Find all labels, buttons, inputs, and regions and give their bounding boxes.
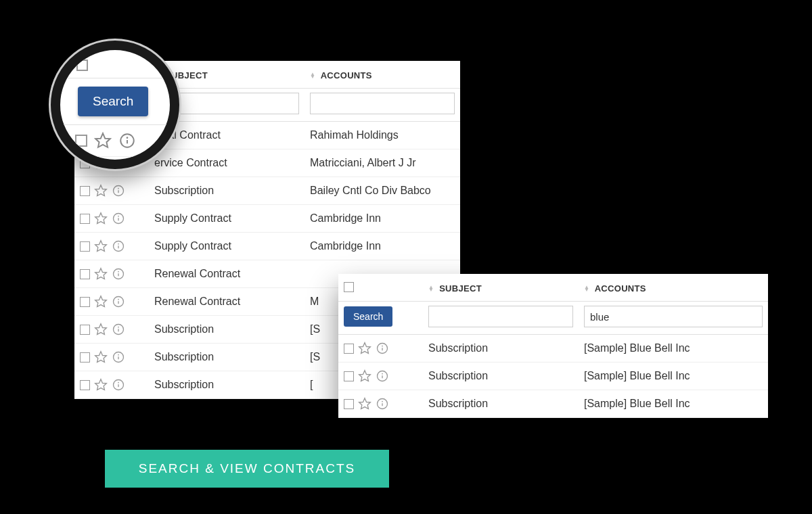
cell-subject: Supply Contract	[149, 205, 304, 233]
info-icon[interactable]	[112, 267, 125, 281]
table-row[interactable]: Subscription Bailey Cntl Co Div Babco	[74, 177, 460, 205]
column-header-select	[338, 274, 423, 302]
row-checkbox[interactable]	[80, 325, 90, 335]
svg-point-23	[118, 271, 119, 273]
svg-marker-20	[95, 268, 107, 279]
svg-point-11	[118, 188, 119, 189]
star-icon[interactable]	[94, 239, 108, 253]
row-checkbox[interactable]	[80, 352, 90, 363]
row-checkbox[interactable]	[80, 214, 90, 224]
svg-marker-40	[359, 343, 371, 354]
cell-subject: Subscription	[149, 371, 304, 399]
info-icon[interactable]	[112, 295, 125, 308]
cell-subject: Renewal Contract	[149, 288, 304, 316]
svg-point-19	[118, 243, 119, 245]
select-all-checkbox[interactable]	[344, 282, 354, 292]
filter-accounts-input[interactable]	[310, 93, 455, 114]
svg-marker-36	[95, 379, 107, 390]
contracts-table-filtered: ▲▼ SUBJECT ▲▼ ACCOUNTS Search	[338, 274, 768, 418]
column-header-accounts[interactable]: ▲▼ ACCOUNTS	[579, 274, 768, 302]
info-icon[interactable]	[376, 369, 389, 383]
row-checkbox[interactable]	[80, 380, 90, 390]
svg-point-35	[118, 354, 119, 356]
svg-point-39	[118, 382, 119, 383]
cell-account: Matricciani, Albert J Jr	[304, 149, 460, 177]
cell-subject: Subscription	[423, 390, 579, 418]
star-icon[interactable]	[94, 132, 112, 149]
info-icon[interactable]	[376, 342, 389, 355]
search-button[interactable]: Search	[344, 306, 392, 327]
column-header-subject-label: SUBJECT	[439, 283, 482, 294]
svg-marker-12	[95, 213, 107, 224]
info-icon[interactable]	[112, 239, 125, 253]
table-row[interactable]: Supply Contract Cambridge Inn	[74, 205, 460, 233]
info-icon[interactable]	[112, 212, 125, 225]
table-row[interactable]: Subscription [Sample] Blue Bell Inc	[338, 363, 768, 390]
sort-icon: ▲▼	[428, 286, 434, 291]
banner-label: SEARCH & VIEW CONTRACTS	[139, 461, 355, 476]
cell-subject: Subscription	[149, 344, 304, 371]
table-row[interactable]: Supply Contract Cambridge Inn	[74, 233, 460, 260]
cell-subject: Supply Contract	[149, 233, 304, 260]
info-icon[interactable]	[376, 397, 389, 411]
cell-subject: Subscription	[149, 177, 304, 205]
filter-subject-input[interactable]	[428, 306, 573, 327]
star-icon[interactable]	[94, 212, 108, 225]
cell-subject: Subscription	[423, 363, 579, 390]
star-icon[interactable]	[358, 397, 371, 411]
row-checkbox[interactable]	[80, 297, 90, 307]
svg-point-47	[382, 373, 383, 375]
column-header-accounts-label: ACCOUNTS	[321, 70, 372, 80]
svg-marker-28	[95, 324, 107, 335]
filter-row: Search	[338, 302, 768, 335]
star-icon[interactable]	[94, 295, 108, 308]
svg-point-43	[382, 346, 383, 347]
banner-search-view-contracts: SEARCH & VIEW CONTRACTS	[105, 450, 389, 488]
svg-marker-24	[95, 296, 107, 307]
info-icon[interactable]	[112, 378, 125, 392]
svg-point-15	[118, 216, 119, 217]
star-icon[interactable]	[94, 378, 108, 392]
star-icon[interactable]	[94, 350, 108, 364]
column-header-subject[interactable]: ▲▼ SUBJECT	[423, 274, 579, 302]
row-checkbox[interactable]	[344, 399, 354, 409]
sort-icon: ▲▼	[584, 286, 589, 291]
cell-subject: Subscription	[149, 316, 304, 344]
filter-accounts-input[interactable]	[584, 306, 763, 327]
cell-account: [Sample] Blue Bell Inc	[579, 363, 768, 390]
svg-marker-8	[95, 185, 107, 196]
star-icon[interactable]	[358, 342, 371, 355]
star-icon[interactable]	[94, 323, 108, 336]
star-icon[interactable]	[94, 184, 108, 197]
svg-marker-32	[95, 352, 107, 363]
column-header-accounts[interactable]: ▲▼ ACCOUNTS	[304, 61, 460, 89]
row-checkbox[interactable]	[80, 241, 90, 252]
star-icon[interactable]	[94, 267, 108, 281]
cell-account: [Sample] Blue Bell Inc	[579, 390, 768, 418]
svg-point-27	[118, 299, 119, 300]
cell-subject: ervice Contract	[149, 149, 304, 177]
table-row[interactable]: Subscription [Sample] Blue Bell Inc	[338, 390, 768, 418]
sort-icon: ▲▼	[310, 73, 315, 78]
svg-point-55	[127, 137, 129, 139]
info-icon[interactable]	[112, 350, 125, 364]
star-icon[interactable]	[358, 369, 371, 383]
contracts-panel-filtered: ▲▼ SUBJECT ▲▼ ACCOUNTS Search	[338, 274, 768, 418]
search-button[interactable]: Search	[78, 87, 148, 116]
row-checkbox[interactable]	[75, 135, 87, 147]
info-icon[interactable]	[112, 323, 125, 336]
row-checkbox[interactable]	[80, 186, 90, 196]
table-row[interactable]	[60, 125, 170, 157]
row-checkbox[interactable]	[344, 344, 354, 354]
cell-account: [Sample] Blue Bell Inc	[579, 335, 768, 363]
svg-marker-44	[359, 371, 371, 381]
row-checkbox[interactable]	[80, 269, 90, 279]
select-all-checkbox[interactable]	[76, 60, 88, 71]
info-icon[interactable]	[118, 132, 136, 149]
row-checkbox[interactable]	[344, 371, 354, 381]
svg-marker-52	[95, 133, 110, 147]
svg-point-51	[382, 401, 383, 402]
table-row[interactable]: Subscription [Sample] Blue Bell Inc	[338, 335, 768, 363]
column-header-accounts-label: ACCOUNTS	[595, 283, 646, 294]
info-icon[interactable]	[112, 184, 125, 197]
